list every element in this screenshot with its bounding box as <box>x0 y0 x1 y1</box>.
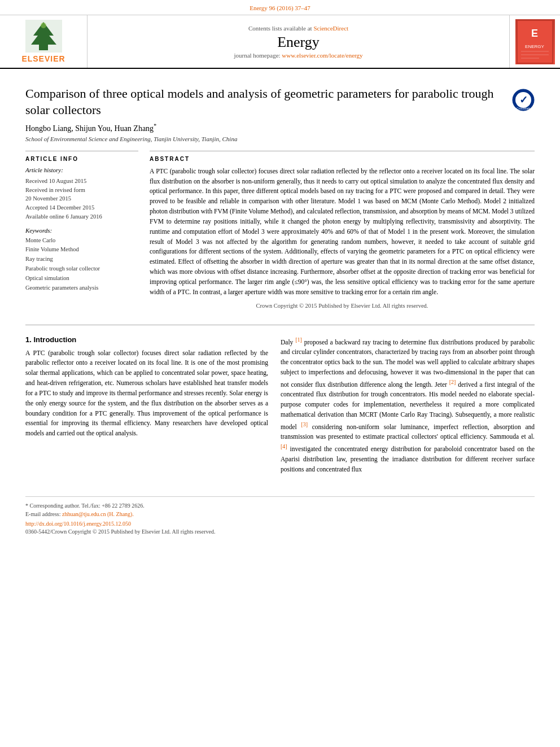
ref-2: [2] <box>449 379 456 385</box>
journal-title: Energy <box>277 34 320 51</box>
ref-4: [4] <box>281 443 287 449</box>
keyword-3: Ray tracing <box>25 255 138 264</box>
elsevier-logo: ELSEVIER <box>21 20 65 63</box>
ref-1: [1] <box>295 337 302 343</box>
svg-text:E: E <box>531 28 538 39</box>
journal-header: ELSEVIER Contents lists available at Sci… <box>0 15 560 69</box>
copyright-line: Crown Copyright © 2015 Published by Else… <box>150 302 535 311</box>
received-item: Received 10 August 2015 <box>25 177 138 186</box>
journal-ref: Energy 96 (2016) 37–47 <box>250 5 310 11</box>
article-title-text: Comparison of three optical models and a… <box>25 86 504 118</box>
svg-text:✓: ✓ <box>519 94 528 106</box>
body-right-col: Daly [1] proposed a backward ray tracing… <box>281 335 535 479</box>
keyword-4: Parabolic trough solar collector <box>25 264 138 274</box>
email-footnote: E-mail address: zhhuan@tju.edu.cn (H. Zh… <box>25 510 535 518</box>
energy-badge: E ENERGY <box>515 19 555 64</box>
abstract-section: ABSTRACT A PTC (parabolic trough solar c… <box>150 151 535 311</box>
body-left-col: 1. Introduction A PTC (parabolic trough … <box>25 335 268 479</box>
sciencedirect-link[interactable]: ScienceDirect <box>313 25 348 32</box>
elsevier-tree-icon <box>25 20 62 53</box>
section-1-right-text: Daly [1] proposed a backward ray tracing… <box>281 335 535 475</box>
section-divider <box>25 325 535 325</box>
corresponding-footnote: * Corresponding author. Tel./fax: +86 22… <box>25 501 535 510</box>
svg-text:ENERGY: ENERGY <box>525 44 544 49</box>
svg-point-2 <box>41 23 46 28</box>
article-title-section: Comparison of three optical models and a… <box>25 80 535 118</box>
affiliation: School of Environmental Science and Engi… <box>25 136 535 142</box>
article-title: Comparison of three optical models and a… <box>25 86 504 118</box>
available-item: Available online 6 January 2016 <box>25 212 138 221</box>
journal-center: Contents lists available at ScienceDirec… <box>88 15 509 68</box>
contents-label: Contents lists available at ScienceDirec… <box>248 25 348 32</box>
journal-homepage-link[interactable]: www.elsevier.com/locate/energy <box>282 52 362 59</box>
history-label: Article history: <box>25 167 138 173</box>
section-1-left-text: A PTC (parabolic trough solar collector)… <box>25 348 268 439</box>
license-text: 0360-5442/Crown Copyright © 2015 Publish… <box>25 528 535 535</box>
keyword-1: Monte Carlo <box>25 236 138 246</box>
svg-text:CrossMark: CrossMark <box>517 107 531 110</box>
received-revised-label: Received in revised form <box>25 186 138 195</box>
elsevier-logo-area: ELSEVIER <box>0 15 88 68</box>
article-info-abstract: ARTICLE INFO Article history: Received 1… <box>25 151 535 314</box>
article-info-header: ARTICLE INFO <box>25 156 138 162</box>
abstract-header: ABSTRACT <box>150 156 535 162</box>
keyword-2: Finite Volume Method <box>25 245 138 255</box>
article-info-col: ARTICLE INFO Article history: Received 1… <box>25 151 138 314</box>
top-bar: Energy 96 (2016) 37–47 <box>0 0 560 15</box>
journal-homepage-line: journal homepage: www.elsevier.com/locat… <box>234 52 362 59</box>
article-info-box: ARTICLE INFO Article history: Received 1… <box>25 151 138 293</box>
ref-3: [3] <box>301 421 308 427</box>
email-link[interactable]: zhhuan@tju.edu.cn (H. Zhang). <box>62 511 134 517</box>
authors: Hongbo Liang, Shijun You, Huan Zhang* <box>25 123 535 133</box>
journal-logo-right: E ENERGY <box>509 15 560 68</box>
footer-section: * Corresponding author. Tel./fax: +86 22… <box>25 496 535 535</box>
crossmark-badge: ✓ CrossMark <box>512 89 535 111</box>
main-content: Comparison of three optical models and a… <box>0 69 560 546</box>
elsevier-text-label: ELSEVIER <box>21 54 65 63</box>
keywords-label: Keywords: <box>25 227 138 234</box>
keyword-6: Geometric parameters analysis <box>25 283 138 293</box>
keyword-5: Optical simulation <box>25 274 138 283</box>
doi-link[interactable]: http://dx.doi.org/10.1016/j.energy.2015.… <box>25 521 535 527</box>
keywords-section: Keywords: Monte Carlo Finite Volume Meth… <box>25 227 138 293</box>
abstract-text: A PTC (parabolic trough solar collector)… <box>150 167 535 311</box>
body-two-col: 1. Introduction A PTC (parabolic trough … <box>25 335 535 479</box>
section-1-title: 1. Introduction <box>25 335 268 344</box>
received-revised-date: 20 November 2015 <box>25 194 138 203</box>
accepted-item: Accepted 14 December 2015 <box>25 203 138 212</box>
abstract-col: ABSTRACT A PTC (parabolic trough solar c… <box>150 151 535 314</box>
